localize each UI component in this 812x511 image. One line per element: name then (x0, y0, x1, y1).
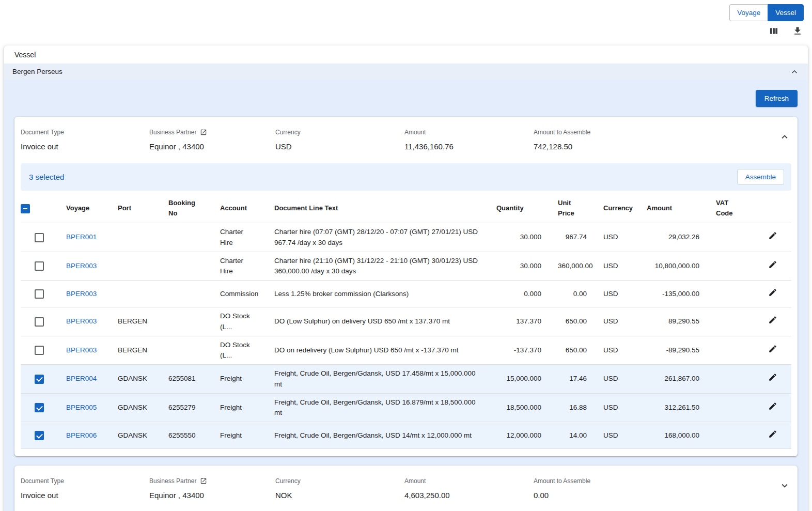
voyage-link[interactable]: BPER004 (66, 375, 97, 382)
row-checkbox[interactable] (35, 289, 44, 299)
edit-icon (768, 373, 777, 382)
voyage-link[interactable]: BPER003 (66, 290, 97, 298)
edit-line-button[interactable] (768, 260, 777, 269)
cell-booking-no (160, 252, 212, 281)
amount-value: 4,603,250.00 (404, 491, 534, 500)
collapse-document-button[interactable] (779, 131, 790, 143)
cell-account: Charter Hire (212, 252, 266, 281)
document-card-nok: Document Type Invoice out Business Partn… (14, 466, 798, 511)
table-row: BPER003 Charter Hire Charter hire (21:10… (21, 252, 791, 281)
refresh-button[interactable]: Refresh (756, 90, 798, 107)
row-checkbox[interactable] (35, 346, 44, 355)
chevron-up-icon (789, 67, 800, 77)
voyage-link[interactable]: BPER006 (66, 431, 97, 439)
document-type-value: Invoice out (21, 142, 149, 151)
row-checkbox[interactable] (35, 403, 44, 412)
open-in-new-icon[interactable] (200, 129, 207, 136)
cell-line-text: DO (Low Sulphur) on delivery USD 650 /mt… (266, 307, 488, 336)
collapse-group-button[interactable] (789, 67, 800, 77)
cell-unit-price: 650.00 (550, 336, 595, 365)
voyage-link[interactable]: BPER005 (66, 404, 97, 411)
edit-line-button[interactable] (768, 429, 777, 439)
voyage-link[interactable]: BPER003 (66, 317, 97, 325)
row-checkbox[interactable] (35, 233, 44, 242)
line-items-table: Voyage Port Booking No Account Document … (21, 194, 791, 449)
row-checkbox[interactable] (35, 375, 44, 384)
view-toggle: Voyage Vessel (729, 4, 804, 21)
col-header-unit-price: Unit Price (550, 194, 595, 223)
row-checkbox[interactable] (35, 261, 44, 271)
vessel-panel: Refresh Document Type Invoice out Busine… (4, 80, 808, 511)
business-partner-value: Equinor , 43400 (149, 491, 275, 500)
field-currency: Currency USD (275, 128, 404, 151)
field-label: Document Type (21, 128, 149, 136)
amount-value: 11,436,160.76 (404, 142, 534, 151)
edit-line-button[interactable] (768, 231, 777, 240)
cell-currency: USD (595, 422, 638, 449)
cell-vat-code (708, 393, 754, 422)
row-checkbox[interactable] (35, 431, 44, 440)
select-all-checkbox[interactable] (21, 204, 30, 213)
table-row: BPER005 GDANSK 6255279 Freight Freight, … (21, 393, 791, 422)
voyage-link[interactable]: BPER003 (66, 262, 97, 270)
edit-line-button[interactable] (768, 344, 777, 353)
cell-account: Commission (212, 281, 266, 307)
edit-line-button[interactable] (768, 288, 777, 297)
document-card-usd: Document Type Invoice out Business Partn… (14, 117, 798, 456)
toggle-vessel[interactable]: Vessel (768, 4, 804, 21)
cell-vat-code (708, 223, 754, 252)
cell-quantity: -137.370 (488, 336, 550, 365)
field-label: Amount to Assemble (534, 477, 590, 485)
cell-unit-price: 360,000.00 (550, 252, 595, 281)
cell-account: Freight (212, 422, 266, 449)
columns-button[interactable] (769, 26, 779, 36)
voyage-link[interactable]: BPER001 (66, 233, 97, 241)
edit-line-button[interactable] (768, 373, 777, 382)
cell-unit-price: 0.00 (550, 281, 595, 307)
cell-quantity: 15,000.000 (488, 365, 550, 394)
field-amount: Amount 11,436,160.76 (404, 128, 534, 151)
edit-line-button[interactable] (768, 315, 777, 324)
col-header-port: Port (110, 194, 160, 223)
col-header-actions (754, 194, 791, 223)
table-row: BPER003 BERGEN DO Stock (L... DO on rede… (21, 336, 791, 365)
cell-booking-no (160, 223, 212, 252)
expand-document-button[interactable] (779, 480, 790, 491)
edit-icon (768, 315, 777, 324)
cell-amount: -89,290.55 (638, 336, 708, 365)
vessel-name: Bergen Perseus (12, 68, 63, 75)
amount-to-assemble-value: 0.00 (534, 491, 590, 500)
col-header-booking-no: Booking No (160, 194, 212, 223)
cell-currency: USD (595, 307, 638, 336)
field-label: Amount (404, 477, 534, 485)
table-toolbar (769, 26, 803, 36)
cell-unit-price: 14.00 (550, 422, 595, 449)
cell-account: DO Stock (L... (212, 336, 266, 365)
assemble-button[interactable]: Assemble (737, 169, 784, 185)
cell-port: GDANSK (110, 393, 160, 422)
cell-port: BERGEN (110, 336, 160, 365)
edit-icon (768, 401, 777, 411)
cell-account: Freight (212, 365, 266, 394)
table-row: BPER003 Commission Less 1.25% broker com… (21, 281, 791, 307)
field-amount-to-assemble: Amount to Assemble 0.00 (534, 477, 590, 500)
amount-to-assemble-value: 742,128.50 (534, 142, 590, 151)
toggle-voyage[interactable]: Voyage (729, 4, 768, 21)
edit-icon (768, 260, 777, 269)
table-row: BPER001 Charter Hire Charter hire (07:07… (21, 223, 791, 252)
download-button[interactable] (792, 26, 803, 36)
cell-amount: 89,290.55 (638, 307, 708, 336)
edit-line-button[interactable] (768, 401, 777, 411)
row-checkbox[interactable] (35, 317, 44, 327)
col-header-vat-code: VAT Code (708, 194, 754, 223)
cell-quantity: 18,500.000 (488, 393, 550, 422)
voyage-link[interactable]: BPER003 (66, 346, 97, 354)
open-in-new-icon[interactable] (200, 477, 207, 485)
page-title: Vessel (4, 45, 808, 64)
field-amount-to-assemble: Amount to Assemble 742,128.50 (534, 128, 590, 151)
field-document-type: Document Type Invoice out (21, 477, 149, 500)
edit-icon (768, 344, 777, 353)
cell-line-text: Less 1.25% broker commission (Clarksons) (266, 281, 488, 307)
cell-booking-no: 6255550 (160, 422, 212, 449)
vessel-group-header[interactable]: Bergen Perseus (4, 64, 808, 80)
